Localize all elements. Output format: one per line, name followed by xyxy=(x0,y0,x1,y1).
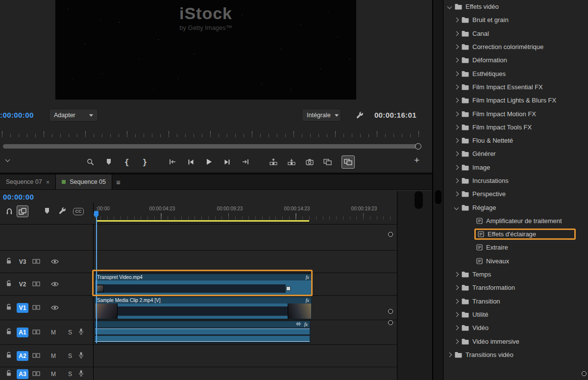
lift-icon[interactable] xyxy=(269,156,277,167)
compare-view-icon[interactable] xyxy=(323,156,332,167)
out-point-icon[interactable]: } xyxy=(141,156,149,167)
effects-folder-row[interactable]: Temps xyxy=(444,268,588,281)
extract-icon[interactable] xyxy=(287,156,295,167)
fit-dropdown[interactable]: Adapter xyxy=(49,109,98,122)
monitor-settings-button[interactable] xyxy=(356,111,364,120)
lock-icon[interactable] xyxy=(6,328,12,337)
fx-badge[interactable]: fx xyxy=(306,298,309,303)
effects-folder-row[interactable]: Vidéo xyxy=(444,321,588,334)
effects-folder-row[interactable]: Générer xyxy=(444,147,588,160)
chevron-right-icon[interactable] xyxy=(454,138,459,143)
effects-folder-row[interactable]: Transition xyxy=(444,295,588,308)
sync-lock-icon[interactable] xyxy=(32,280,40,289)
monitor-scrollbar[interactable] xyxy=(3,144,420,149)
effects-folder-row[interactable]: Flou & Netteté xyxy=(444,134,588,147)
add-button[interactable]: + xyxy=(414,155,419,166)
effects-folder-row[interactable]: Déformation xyxy=(444,53,588,67)
mic-icon[interactable] xyxy=(78,328,84,337)
export-frame-icon[interactable] xyxy=(305,156,314,167)
chevron-right-icon[interactable] xyxy=(454,71,459,76)
tab-sequence-05[interactable]: Sequence 05 xyxy=(56,175,112,189)
tab-sequence-07[interactable]: Sequence 07 × xyxy=(0,175,56,189)
effects-folder-row[interactable]: Esthétiques xyxy=(444,67,588,80)
effects-folder-row[interactable]: Canal xyxy=(444,27,588,40)
effects-folder-row[interactable]: Incrustations xyxy=(444,174,588,187)
chevron-right-icon[interactable] xyxy=(454,125,459,129)
in-point-icon[interactable]: { xyxy=(122,156,131,167)
effects-folder-row[interactable]: Image xyxy=(444,161,588,174)
track-target-a3[interactable]: A3 xyxy=(17,369,28,379)
lock-icon[interactable] xyxy=(6,304,12,312)
solo-button[interactable]: S xyxy=(67,329,74,336)
chevron-right-icon[interactable] xyxy=(447,352,452,357)
lock-icon[interactable] xyxy=(6,370,12,379)
marker-icon[interactable] xyxy=(104,156,113,167)
mute-button[interactable]: M xyxy=(50,371,57,378)
chevron-right-icon[interactable] xyxy=(454,98,459,103)
vertical-scrollbar-handle[interactable] xyxy=(415,191,423,209)
chevron-right-icon[interactable] xyxy=(454,312,459,317)
sync-lock-icon[interactable] xyxy=(32,257,40,266)
timeline-current-timecode[interactable]: 00:00:00 xyxy=(3,193,34,201)
chevron-right-icon[interactable] xyxy=(454,18,459,23)
track-target-a1[interactable]: A1 xyxy=(17,328,28,337)
mic-icon[interactable] xyxy=(78,370,84,379)
track-resize-handle[interactable] xyxy=(388,320,393,325)
drag-video-icon[interactable] xyxy=(342,155,355,169)
mic-icon[interactable] xyxy=(78,352,84,360)
track-target-v2[interactable]: V2 xyxy=(17,279,28,289)
eye-icon[interactable] xyxy=(51,304,59,312)
lock-icon[interactable] xyxy=(6,352,12,360)
panel-resize-handle[interactable] xyxy=(582,371,587,376)
chevron-right-icon[interactable] xyxy=(454,165,459,170)
effects-folder-row[interactable]: Film Impact Motion FX xyxy=(444,107,588,120)
playhead[interactable] xyxy=(96,211,97,343)
captions-cc-icon[interactable]: CC xyxy=(73,208,84,215)
effects-item-row[interactable]: Effets d'éclairage xyxy=(444,228,588,241)
chevron-down-icon[interactable] xyxy=(447,4,452,9)
step-back-icon[interactable] xyxy=(187,156,195,167)
step-forward-icon[interactable] xyxy=(223,156,231,167)
eye-icon[interactable] xyxy=(51,257,59,266)
effects-folder-row[interactable]: Effets vidéo xyxy=(444,0,588,13)
zoom-level-dropdown[interactable]: Intégrale xyxy=(302,109,341,122)
chevron-right-icon[interactable] xyxy=(454,326,459,330)
close-icon[interactable]: × xyxy=(46,178,50,186)
lock-icon[interactable] xyxy=(6,280,12,289)
effects-folder-row[interactable]: Correction colorimétrique xyxy=(444,40,588,53)
chevron-right-icon[interactable] xyxy=(454,299,459,304)
chevron-right-icon[interactable] xyxy=(454,152,459,156)
panel-menu-icon[interactable]: ≡ xyxy=(112,175,124,189)
timeline-settings-wrench-icon[interactable] xyxy=(59,207,66,216)
clip-audio[interactable]: fx xyxy=(95,321,310,343)
sync-lock-icon[interactable] xyxy=(32,352,40,360)
track-resize-handle[interactable] xyxy=(388,309,393,314)
clip-sample-media[interactable]: Sample Media Clip 2.mp4 [V] fx xyxy=(95,297,312,319)
chevron-right-icon[interactable] xyxy=(454,84,459,89)
track-resize-handle[interactable] xyxy=(388,232,393,237)
go-to-in-icon[interactable] xyxy=(169,156,177,167)
solo-button[interactable]: S xyxy=(67,353,74,359)
chevron-right-icon[interactable] xyxy=(454,111,459,116)
track-content-a3[interactable] xyxy=(93,367,397,380)
track-content-v1[interactable]: Sample Media Clip 2.mp4 [V] fx xyxy=(93,296,397,320)
zoom-tool-icon[interactable] xyxy=(86,156,95,167)
play-icon[interactable] xyxy=(205,156,213,167)
effects-item-row[interactable]: Niveaux xyxy=(444,254,588,268)
add-marker-icon[interactable] xyxy=(44,207,50,216)
sync-lock-icon[interactable] xyxy=(32,328,40,337)
snap-magnet-icon[interactable] xyxy=(4,206,15,217)
effects-folder-row[interactable]: Bruit et grain xyxy=(444,13,588,26)
monitor-time-ruler[interactable] xyxy=(2,127,421,137)
effects-folder-row[interactable]: Vidéo immersive xyxy=(444,334,588,348)
effects-item-row[interactable]: Amplificateur de traitement xyxy=(444,214,588,228)
clip-transpret-video[interactable]: Transpret Video.mp4 fx xyxy=(95,274,312,295)
effects-folder-row[interactable]: Réglage xyxy=(444,201,588,214)
fx-badge[interactable]: fx xyxy=(306,275,309,280)
chevron-right-icon[interactable] xyxy=(454,178,459,183)
track-content-a2[interactable] xyxy=(93,345,397,367)
effects-folder-row[interactable]: Transitions vidéo xyxy=(444,348,588,361)
chevron-down-icon[interactable] xyxy=(454,205,459,210)
sync-lock-icon[interactable] xyxy=(32,370,40,379)
chevron-right-icon[interactable] xyxy=(454,58,459,63)
